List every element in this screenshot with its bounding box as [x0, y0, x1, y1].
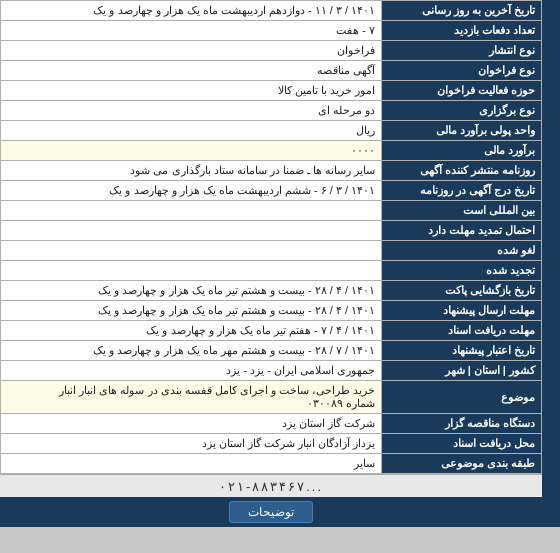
table-row: تاریخ آخرین به روز رسانی۱۴۰۱ / ۳ / ۱۱ - …	[1, 1, 542, 21]
row-value: ۰۰۰۰	[1, 141, 382, 161]
table-row: واحد پولی برآورد مالیریال	[1, 121, 542, 141]
footer-area	[0, 527, 560, 553]
row-label: حوزه فعالیت فراخوان	[382, 81, 542, 101]
row-value: ۱۴۰۱ / ۴ / ۲۸ - بیست و هشتم تیر ماه یک ه…	[1, 281, 382, 301]
row-value	[1, 221, 382, 241]
row-label: طبقه بندی موضوعی	[382, 454, 542, 474]
table-row: لغو شده	[1, 241, 542, 261]
row-label: تاریخ درج آگهی در روزنامه	[382, 181, 542, 201]
row-label: محل دریافت اسناد	[382, 434, 542, 454]
phone-number: ۰۲۱-۸۸۳۴۶۷...	[219, 479, 323, 494]
row-value: سایر	[1, 454, 382, 474]
row-label: دستگاه مناقصه گزار	[382, 414, 542, 434]
row-value: خرید طراحی، ساخت و اجرای کامل قفسه بندی …	[1, 381, 382, 414]
row-value: آگهی مناقصه	[1, 61, 382, 81]
table-row: نوع برگزاریدو مرحله ای	[1, 101, 542, 121]
row-value: ۱۴۰۱ / ۳ / ۶ - ششم اردیبهشت ماه یک هزار …	[1, 181, 382, 201]
table-row: تاریخ اعتبار پیشنهاد۱۴۰۱ / ۷ / ۲۸ - بیست…	[1, 341, 542, 361]
row-label: موضوع	[382, 381, 542, 414]
table-row: نوع انتشارفراخوان	[1, 41, 542, 61]
bottom-btn-bar: توضیحات	[0, 497, 542, 527]
table-row: دستگاه مناقصه گزارشرکت گاز استان یزد	[1, 414, 542, 434]
row-value	[1, 261, 382, 281]
row-label: نوع برگزاری	[382, 101, 542, 121]
row-label: تاریخ آخرین به روز رسانی	[382, 1, 542, 21]
row-value: جمهوری اسلامی ایران - یزد - یزد	[1, 361, 382, 381]
table-row: محل دریافت اسنادیزداز آزادگان انبار شرکت…	[1, 434, 542, 454]
row-label: نوع فراخوان	[382, 61, 542, 81]
table-row: تاریخ درج آگهی در روزنامه۱۴۰۱ / ۳ / ۶ - …	[1, 181, 542, 201]
row-label: واحد پولی برآورد مالی	[382, 121, 542, 141]
row-label: تجدید شده	[382, 261, 542, 281]
table-row: کشور | استان | شهرجمهوری اسلامی ایران - …	[1, 361, 542, 381]
row-label: تاریخ بازگشایی پاکت	[382, 281, 542, 301]
row-label: لغو شده	[382, 241, 542, 261]
row-value: ۱۴۰۱ / ۳ / ۱۱ - دوازدهم اردیبهشت ماه یک …	[1, 1, 382, 21]
table-row: طبقه بندی موضوعیسایر	[1, 454, 542, 474]
row-value: سایر رسانه ها ـ ضمنا در سامانه ستاد بارگ…	[1, 161, 382, 181]
table-row: مهلت دریافت اسناد۱۴۰۱ / ۴ / ۷ - هفتم تیر…	[1, 321, 542, 341]
content-area: تاریخ آخرین به روز رسانی۱۴۰۱ / ۳ / ۱۱ - …	[0, 0, 542, 527]
row-value: ۱۴۰۱ / ۴ / ۲۸ - بیست و هشتم تیر ماه یک ه…	[1, 301, 382, 321]
table-row: نوع فراخوانآگهی مناقصه	[1, 61, 542, 81]
row-label: تاریخ اعتبار پیشنهاد	[382, 341, 542, 361]
row-label: مهلت دریافت اسناد	[382, 321, 542, 341]
row-label: کشور | استان | شهر	[382, 361, 542, 381]
row-label: بین المللی است	[382, 201, 542, 221]
table-row: بین المللی است	[1, 201, 542, 221]
row-label: نوع انتشار	[382, 41, 542, 61]
table-row: موضوعخرید طراحی، ساخت و اجرای کامل قفسه …	[1, 381, 542, 414]
table-row: برآورد مالی۰۰۰۰	[1, 141, 542, 161]
row-value	[1, 241, 382, 261]
row-label: احتمال تمدید مهلت دارد	[382, 221, 542, 241]
row-value: شرکت گاز استان یزد	[1, 414, 382, 434]
row-label: تعداد دفعات بازدید	[382, 21, 542, 41]
row-label: مهلت ارسال پیشنهاد	[382, 301, 542, 321]
table-row: حوزه فعالیت فراخوانامور خرید با تامین کا…	[1, 81, 542, 101]
table-row: مهلت ارسال پیشنهاد۱۴۰۱ / ۴ / ۲۸ - بیست و…	[1, 301, 542, 321]
table-row: تجدید شده	[1, 261, 542, 281]
row-value	[1, 201, 382, 221]
row-value: ریال	[1, 121, 382, 141]
table-row: احتمال تمدید مهلت دارد	[1, 221, 542, 241]
row-label: روزنامه منتشر کننده آگهی	[382, 161, 542, 181]
row-label: برآورد مالی	[382, 141, 542, 161]
table-row: تاریخ بازگشایی پاکت۱۴۰۱ / ۴ / ۲۸ - بیست …	[1, 281, 542, 301]
row-value: دو مرحله ای	[1, 101, 382, 121]
main-panel: تاریخ آخرین به روز رسانی۱۴۰۱ / ۳ / ۱۱ - …	[0, 0, 560, 527]
row-value: ۷ - هفت	[1, 21, 382, 41]
data-table: تاریخ آخرین به روز رسانی۱۴۰۱ / ۳ / ۱۱ - …	[0, 0, 542, 474]
row-value: ۱۴۰۱ / ۷ / ۲۸ - بیست و هشتم مهر ماه یک ه…	[1, 341, 382, 361]
row-value: فراخوان	[1, 41, 382, 61]
row-value: امور خرید با تامین کالا	[1, 81, 382, 101]
table-row: تعداد دفعات بازدید۷ - هفت	[1, 21, 542, 41]
side-bar	[542, 0, 560, 527]
row-value: یزداز آزادگان انبار شرکت گاز استان یزد	[1, 434, 382, 454]
phone-bar: ۰۲۱-۸۸۳۴۶۷...	[0, 474, 542, 497]
row-value: ۱۴۰۱ / ۴ / ۷ - هفتم تیر ماه یک هزار و چه…	[1, 321, 382, 341]
table-row: روزنامه منتشر کننده آگهیسایر رسانه ها ـ …	[1, 161, 542, 181]
details-button[interactable]: توضیحات	[229, 501, 313, 523]
